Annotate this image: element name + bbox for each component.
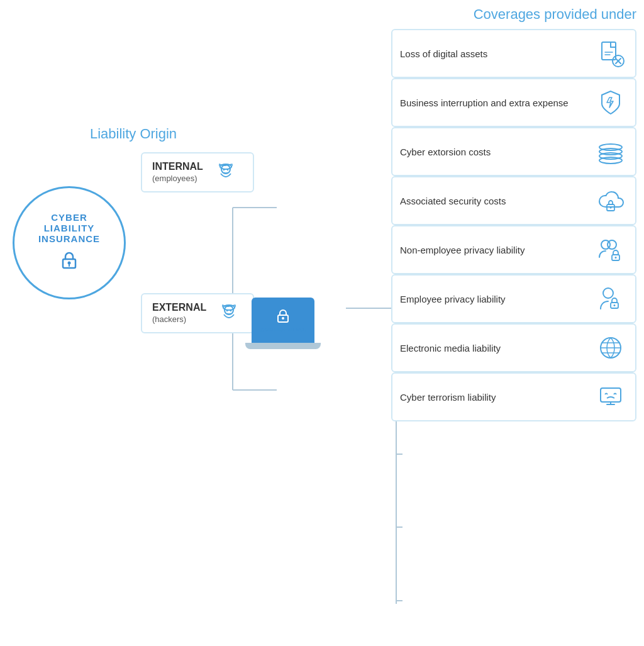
coverage-box-extortion: Cyber extorsion costs (391, 127, 636, 176)
svg-point-5 (223, 169, 225, 170)
coverage-box-terrorism: Cyber terrorism liability (391, 372, 636, 421)
liability-origin-section: Liability Origin CYBER LIABILITY INSURAN… (13, 126, 254, 333)
coverage-box-employee: Employee privacy liability (391, 274, 636, 323)
laptop-base (245, 343, 321, 349)
coverages-title: Coverages provided under (391, 6, 636, 23)
svg-point-22 (608, 240, 616, 249)
svg-point-20 (610, 207, 612, 209)
coverage-box-non-employee: Non-employee privacy liability (391, 225, 636, 274)
internal-box: INTERNAL (employees) (141, 152, 254, 192)
origin-boxes: INTERNAL (employees) (141, 152, 254, 333)
laptop-screen: CONFIDENTIAL (252, 298, 314, 343)
svg-point-9 (226, 310, 228, 311)
left-layout: CYBER LIABILITY INSURANCE (13, 152, 254, 333)
stack-icon (594, 135, 628, 169)
hacker-icon-external (218, 302, 240, 325)
monitor-evil-icon (594, 380, 628, 414)
circle-section: CYBER LIABILITY INSURANCE (13, 186, 126, 299)
coverage-box-loss-digital: Loss of digital assets (391, 29, 636, 78)
lock-icon (58, 249, 80, 274)
confidential-label: CONFIDENTIAL (260, 326, 306, 333)
external-box: EXTERNAL (hackers) (141, 293, 254, 333)
laptop-lock-icon (274, 308, 292, 325)
svg-point-25 (603, 288, 613, 298)
laptop-wrapper: CONFIDENTIAL (245, 298, 321, 349)
hacker-icon-internal (214, 161, 237, 184)
svg-point-18 (599, 144, 622, 150)
right-section: Coverages provided under Loss of digital… (391, 6, 636, 421)
svg-point-27 (614, 304, 616, 306)
cyber-circle: CYBER LIABILITY INSURANCE (13, 186, 126, 299)
document-x-icon (594, 36, 628, 70)
svg-point-12 (282, 317, 284, 320)
people-lock-icon (594, 233, 628, 267)
coverage-box-business: Business interruption and extra expense (391, 78, 636, 127)
laptop-section: CONFIDENTIAL (245, 298, 321, 349)
main-container: Liability Origin CYBER LIABILITY INSURAN… (0, 0, 644, 646)
globe-icon (594, 331, 628, 365)
coverage-box-media: Electronic media liability (391, 323, 636, 372)
coverage-box-security: Associated security costs (391, 176, 636, 225)
svg-rect-32 (601, 388, 621, 402)
svg-point-10 (230, 310, 231, 311)
liability-origin-label: Liability Origin (90, 126, 177, 142)
svg-point-6 (227, 169, 228, 170)
svg-point-24 (615, 257, 617, 259)
person-lock-icon (594, 282, 628, 316)
cloud-lock-icon (594, 184, 628, 218)
circle-text: CYBER LIABILITY INSURANCE (38, 212, 100, 244)
shield-crack-icon (594, 86, 628, 120)
